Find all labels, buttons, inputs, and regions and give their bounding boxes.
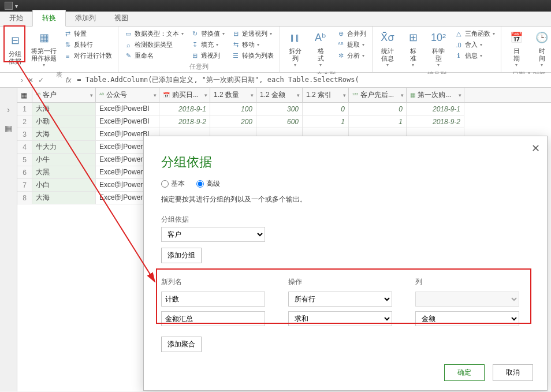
formula-input[interactable]: [75, 74, 551, 87]
dialog-title: 分组依据: [161, 154, 530, 171]
date-button[interactable]: 📅日 期: [505, 29, 528, 69]
use-first-row-button[interactable]: ▦将第一行 用作标题: [29, 29, 59, 69]
cell[interactable]: 小白: [32, 179, 96, 192]
accept-fx-icon[interactable]: ✓: [38, 76, 44, 84]
add-group-button[interactable]: 添加分组: [161, 248, 202, 263]
scientific-button[interactable]: 10²科学 型: [427, 29, 450, 69]
pivot-button[interactable]: ⊞透视列: [188, 51, 227, 61]
cell[interactable]: 2018-9-2: [407, 115, 464, 128]
expand-icon[interactable]: ›: [16, 76, 28, 84]
cell[interactable]: 牛大力: [32, 141, 96, 154]
extract-button[interactable]: ᴬᴮ提取: [334, 40, 368, 50]
round-button[interactable]: .0舍入: [452, 40, 497, 50]
split-col-button[interactable]: ⫿⫿拆分 列: [284, 29, 307, 69]
col-buydate[interactable]: 📅购买日...▾: [159, 88, 210, 102]
reverse-rows-button[interactable]: ⇅反转行: [61, 40, 114, 50]
queries-panel-icon[interactable]: ▦: [5, 124, 12, 133]
cell[interactable]: 2018-9-1: [407, 103, 464, 115]
cell[interactable]: 2018-9-2: [159, 115, 210, 128]
row-header[interactable]: 4: [17, 141, 32, 154]
cancel-fx-icon[interactable]: ✕: [28, 76, 33, 84]
unpivot-button[interactable]: ⊟逆透视列: [229, 29, 276, 39]
clock-icon: 🕒: [534, 30, 550, 46]
col-select-1[interactable]: [415, 292, 519, 307]
group-col-select[interactable]: 客户: [161, 227, 265, 242]
count-icon: ≡: [64, 52, 72, 60]
group-icon: ⊟: [7, 33, 23, 49]
time-button[interactable]: 🕒时 间: [530, 29, 551, 69]
rename-button[interactable]: ✎重命名: [122, 51, 186, 61]
row-header[interactable]: 2: [17, 115, 32, 128]
tab-addcolumn[interactable]: 添加列: [66, 10, 105, 26]
cell[interactable]: 600: [256, 115, 303, 128]
tab-view[interactable]: 视图: [105, 10, 137, 26]
col-custorder[interactable]: ¹²³客户先后...▾: [349, 88, 407, 102]
cell[interactable]: 2018-9-1: [159, 103, 210, 115]
newcol-input-2[interactable]: [161, 311, 265, 326]
tab-transform[interactable]: 转换: [32, 10, 66, 27]
radio-basic[interactable]: 基本: [161, 179, 185, 189]
cell[interactable]: 小牛: [32, 154, 96, 166]
number-info-button[interactable]: ℹ信息: [452, 51, 497, 61]
ok-button[interactable]: 确定: [444, 364, 485, 381]
split-icon: ⫿⫿: [287, 30, 303, 46]
cell[interactable]: 大海: [32, 128, 96, 141]
col-index[interactable]: 1.2 索引▾: [303, 88, 349, 102]
group-by-button[interactable]: ⊟分组 依据: [3, 29, 27, 69]
table-row[interactable]: 1大海Excel到PowerBI2018-9-1100300002018-9-1: [17, 103, 551, 115]
col-customer[interactable]: ᴬᴮ客户▾: [32, 88, 96, 102]
queries-icon[interactable]: ›: [7, 105, 10, 114]
cell[interactable]: Excel到PowerBI: [96, 103, 159, 115]
table-row[interactable]: 2小勤Excel到PowerBI2018-9-2200600112018-9-2: [17, 115, 551, 128]
cell[interactable]: 大黑: [32, 166, 96, 179]
table-icon: ▦: [36, 30, 52, 46]
format-button[interactable]: Aᵇ格 式: [309, 29, 332, 69]
radio-advanced[interactable]: 高级: [196, 179, 220, 189]
col-qty[interactable]: 1.2 数量▾: [210, 88, 256, 102]
row-header[interactable]: 1: [17, 103, 32, 115]
row-header[interactable]: 3: [17, 128, 32, 141]
cell[interactable]: 1: [303, 115, 349, 128]
col-firstbuy[interactable]: ▦第一次购...▾: [407, 88, 464, 102]
left-rail: › ▦: [0, 88, 17, 391]
replace-button[interactable]: ↻替换值: [188, 29, 227, 39]
cell[interactable]: 1: [349, 115, 407, 128]
cell[interactable]: 100: [210, 103, 256, 115]
cancel-button[interactable]: 取消: [493, 364, 533, 381]
standard-button[interactable]: ⊞标 准: [401, 29, 425, 69]
col-amount[interactable]: 1.2 金额▾: [256, 88, 303, 102]
datatype-button[interactable]: ▭数据类型：文本: [122, 29, 186, 39]
row-header[interactable]: 7: [17, 179, 32, 192]
col-select-2[interactable]: 金额: [415, 311, 519, 326]
cell[interactable]: 0: [349, 103, 407, 115]
cell[interactable]: 大海: [32, 192, 96, 204]
to-list-button[interactable]: ☰转换为列表: [229, 51, 276, 61]
cell[interactable]: 大海: [32, 103, 96, 115]
app-menu-icon[interactable]: [5, 2, 13, 10]
cell[interactable]: 200: [210, 115, 256, 128]
op-select-2[interactable]: 求和: [288, 311, 392, 326]
op-select-1[interactable]: 所有行: [288, 292, 392, 307]
col-account[interactable]: ᴬᴮ公众号▾: [96, 88, 159, 102]
cell[interactable]: 300: [256, 103, 303, 115]
stats-button[interactable]: X̄σ统计 信息: [376, 29, 399, 69]
cell[interactable]: 0: [303, 103, 349, 115]
row-header[interactable]: 5: [17, 154, 32, 166]
close-icon[interactable]: ✕: [531, 142, 540, 155]
count-rows-button[interactable]: ≡对行进行计数: [61, 51, 114, 61]
trig-button[interactable]: △三角函数: [452, 29, 497, 39]
move-button[interactable]: ⇆移动: [229, 40, 276, 50]
merge-cols-button[interactable]: ⊕合并列: [334, 29, 368, 39]
fill-button[interactable]: ↧填充: [188, 40, 227, 50]
cell[interactable]: Excel到PowerBI: [96, 115, 159, 128]
row-header[interactable]: 6: [17, 166, 32, 179]
detect-type-button[interactable]: ⌕检测数据类型: [122, 40, 186, 50]
transpose-button[interactable]: ⇄转置: [61, 29, 114, 39]
analyze-button[interactable]: ✲分析: [334, 51, 368, 61]
newcol-input-1[interactable]: [161, 292, 265, 307]
add-agg-button[interactable]: 添加聚合: [161, 337, 202, 352]
cell[interactable]: 小勤: [32, 115, 96, 128]
tab-start[interactable]: 开始: [0, 10, 32, 26]
row-corner[interactable]: ▦: [17, 88, 32, 102]
row-header[interactable]: 8: [17, 192, 32, 204]
